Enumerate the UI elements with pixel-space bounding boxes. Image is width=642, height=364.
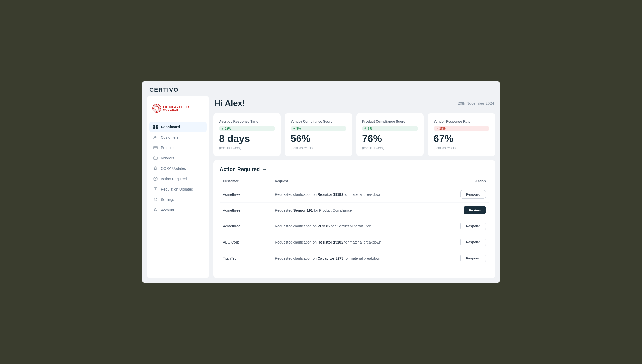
products-icon: [153, 145, 158, 150]
respond-button-4[interactable]: Respond: [460, 254, 486, 262]
svg-rect-13: [156, 127, 158, 129]
sort-arrow-request: ↓: [289, 180, 291, 183]
page-date: 20th November 2024: [458, 101, 494, 105]
svg-point-28: [155, 199, 156, 200]
top-bar: CERTIVO: [142, 81, 500, 96]
sort-arrow-customer: ↓: [240, 180, 241, 183]
sidebar-item-settings[interactable]: Settings: [149, 195, 207, 205]
regulation-icon: [153, 187, 158, 192]
sidebar-item-dashboard[interactable]: Dashboard: [149, 122, 207, 132]
sidebar-label-account: Account: [161, 208, 174, 212]
sidebar-item-vendors[interactable]: Vendors: [149, 153, 207, 163]
col-header-action: Action: [444, 179, 486, 183]
sidebar-label-products: Products: [161, 146, 175, 150]
cell-action-1: Review: [444, 206, 486, 214]
sidebar-item-regulation-updates[interactable]: Regulation Updates: [149, 184, 207, 194]
svg-rect-11: [156, 125, 158, 127]
page-header: Hi Alex! 20th November 2024: [213, 96, 495, 109]
sidebar-label-cora-updates: CORA Updates: [161, 166, 186, 171]
sidebar-item-account[interactable]: Account: [149, 205, 207, 215]
col-header-request[interactable]: Request ↓: [275, 179, 444, 183]
cell-request-0: Requested clarification on Resistor 1918…: [275, 192, 444, 197]
cell-customer-0: Acmethree: [223, 192, 275, 197]
cora-icon: [153, 166, 158, 171]
sidebar-label-dashboard: Dashboard: [161, 125, 180, 129]
company-name: HENGSTLER DYNAPAR: [163, 105, 189, 112]
cell-customer-4: TitanTech: [223, 256, 275, 260]
respond-button-3[interactable]: Respond: [460, 238, 486, 246]
kpi-value-3: 67%: [434, 134, 489, 144]
sidebar-label-action-required: Action Required: [161, 177, 187, 181]
sidebar-item-customers[interactable]: Customers: [149, 132, 207, 142]
sidebar-label-customers: Customers: [161, 135, 179, 139]
kpi-value-1: 56%: [291, 134, 346, 144]
cell-customer-3: ABC Corp: [223, 240, 275, 244]
action-required-header: Action Required →: [220, 166, 489, 172]
table-row: Acmethree Requested clarification on Res…: [220, 186, 489, 203]
action-required-arrow-icon[interactable]: →: [262, 167, 266, 172]
svg-point-15: [156, 136, 157, 137]
svg-rect-4: [153, 108, 154, 109]
sidebar-item-products[interactable]: Products: [149, 143, 207, 153]
action-required-card: Action Required → Customer ↓ Request ↓ A…: [213, 160, 495, 278]
cell-request-4: Requested clarification on Capacitor 827…: [275, 256, 444, 260]
svg-rect-12: [153, 127, 155, 129]
sidebar-label-regulation-updates: Regulation Updates: [161, 187, 193, 191]
cell-customer-1: Acmethree: [223, 208, 275, 212]
svg-rect-10: [153, 125, 155, 127]
action-required-icon: [153, 177, 158, 181]
kpi-label-2: Product Compliance Score: [362, 119, 418, 123]
kpi-badge-2: 6%: [362, 126, 418, 131]
table-row: TitanTech Requested clarification on Cap…: [220, 250, 489, 266]
company-logo: HENGSTLER DYNAPAR: [152, 104, 204, 113]
svg-rect-5: [160, 108, 161, 109]
main-content: Hi Alex! 20th November 2024 Average Resp…: [213, 96, 495, 278]
kpi-card-vendor-compliance: Vendor Compliance Score 8% 56% (from las…: [285, 113, 352, 156]
respond-button-2[interactable]: Respond: [460, 222, 486, 230]
kpi-label-1: Vendor Compliance Score: [291, 119, 346, 123]
table-row: Acmethree Requested clarification on PCB…: [220, 218, 489, 234]
sidebar-label-vendors: Vendors: [161, 156, 174, 160]
svg-point-29: [155, 208, 156, 210]
kpi-card-response-time: Average Response Time 28% 8 days (from l…: [213, 113, 281, 156]
kpi-value-2: 76%: [362, 134, 418, 144]
kpi-sub-3: (from last week): [434, 146, 489, 150]
kpi-badge-3: 18%: [434, 126, 489, 131]
customers-icon: [153, 135, 158, 140]
sidebar-label-settings: Settings: [161, 198, 174, 202]
svg-point-1: [155, 106, 159, 110]
app-logo: CERTIVO: [149, 86, 493, 93]
company-name-bottom: DYNAPAR: [163, 109, 179, 112]
svg-rect-2: [156, 104, 157, 105]
kpi-label-3: Vendor Response Rate: [434, 119, 489, 123]
table-row: Acmethree Requested Sensor 191 for Produ…: [220, 203, 489, 218]
sidebar-nav: Dashboard Customers: [147, 122, 209, 215]
sidebar: HENGSTLER DYNAPAR: [147, 96, 209, 278]
page-title: Hi Alex!: [214, 98, 245, 108]
dashboard-icon: [153, 125, 158, 129]
kpi-sub-1: (from last week): [291, 146, 346, 150]
cell-customer-2: Acmethree: [223, 224, 275, 228]
kpi-card-product-compliance: Product Compliance Score 6% 76% (from la…: [356, 113, 424, 156]
svg-point-14: [154, 136, 156, 137]
review-button-1[interactable]: Review: [464, 206, 486, 214]
kpi-label-0: Average Response Time: [219, 119, 275, 123]
arrow-up-icon: [293, 127, 295, 130]
cell-action-4: Respond: [444, 254, 486, 262]
kpi-value-0: 8 days: [219, 134, 275, 144]
app-window: CERTIVO: [142, 81, 500, 283]
kpi-badge-0: 28%: [219, 126, 275, 131]
settings-icon: [153, 197, 158, 202]
arrow-up-icon-2: [364, 127, 367, 130]
sidebar-item-cora-updates[interactable]: CORA Updates: [149, 164, 207, 173]
cell-request-2: Requested clarification on PCB 82 for Co…: [275, 224, 444, 228]
cell-request-3: Requested clarification on Resistor 1918…: [275, 240, 444, 244]
kpi-card-vendor-response-rate: Vendor Response Rate 18% 67% (from last …: [428, 113, 495, 156]
main-layout: HENGSTLER DYNAPAR: [142, 96, 500, 283]
account-icon: [153, 208, 158, 212]
cell-request-1: Requested Sensor 191 for Product Complia…: [275, 208, 444, 212]
sidebar-item-action-required[interactable]: Action Required: [149, 174, 207, 184]
col-header-customer[interactable]: Customer ↓: [223, 179, 275, 183]
respond-button-0[interactable]: Respond: [460, 190, 486, 199]
gear-logo-icon: [152, 104, 161, 113]
